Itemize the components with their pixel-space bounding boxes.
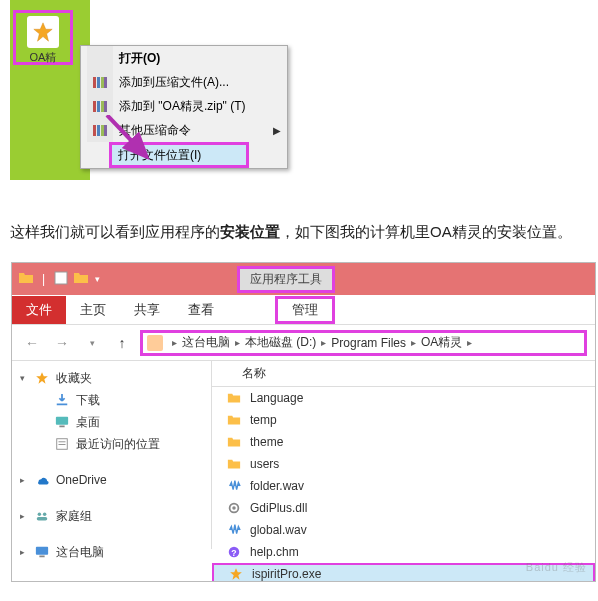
nav-onedrive[interactable]: OneDrive xyxy=(12,469,211,491)
tab-share[interactable]: 共享 xyxy=(120,296,174,324)
svg-rect-4 xyxy=(104,77,107,88)
desc-pre: 这样我们就可以看到应用程序的 xyxy=(10,223,220,240)
file-row[interactable]: users xyxy=(212,453,595,475)
svg-rect-11 xyxy=(101,125,104,136)
svg-rect-25 xyxy=(36,547,48,555)
quick-access-toolbar: | ▾ xyxy=(18,270,100,289)
svg-point-28 xyxy=(232,506,236,510)
svg-rect-3 xyxy=(101,77,104,88)
nav-downloads[interactable]: 下载 xyxy=(12,389,211,411)
forward-button[interactable]: → xyxy=(50,331,74,355)
column-header-name[interactable]: 名称 xyxy=(212,361,595,387)
desc-post: ，如下图我的计算机里OA精灵的安装位置。 xyxy=(280,223,572,240)
wav-icon xyxy=(226,478,242,494)
up-button[interactable]: ↑ xyxy=(110,331,134,355)
bc-segment[interactable]: 本地磁盘 (D:) xyxy=(245,334,316,351)
address-bar-row: ← → ▾ ↑ ▸ 这台电脑 ▸ 本地磁盘 (D:) ▸ Program Fil… xyxy=(12,325,595,361)
description-text: 这样我们就可以看到应用程序的安装位置，如下图我的计算机里OA精灵的安装位置。 xyxy=(10,220,588,244)
svg-rect-21 xyxy=(59,444,66,445)
folder-icon xyxy=(226,434,242,450)
homegroup-icon xyxy=(34,508,50,524)
new-folder-icon[interactable] xyxy=(73,270,89,289)
context-menu: 打开(O) 添加到压缩文件(A)... 添加到 "OA精灵.zip" (T) 其… xyxy=(80,45,288,169)
desktop-icon xyxy=(54,414,70,430)
svg-rect-7 xyxy=(101,101,104,112)
svg-rect-20 xyxy=(59,441,66,442)
submenu-arrow-icon: ▶ xyxy=(273,125,281,136)
menu-other-archive[interactable]: 其他压缩命令 ▶ xyxy=(81,118,287,142)
exe-icon xyxy=(228,566,244,582)
bc-segment[interactable]: OA精灵 xyxy=(421,334,462,351)
file-name: temp xyxy=(250,413,277,427)
computer-icon xyxy=(34,544,50,560)
file-row[interactable]: GdiPlus.dll xyxy=(212,497,595,519)
tab-view[interactable]: 查看 xyxy=(174,296,228,324)
file-name: users xyxy=(250,457,279,471)
nav-homegroup[interactable]: 家庭组 xyxy=(12,505,211,527)
archive-icon xyxy=(92,122,108,138)
file-row[interactable]: Language xyxy=(212,387,595,409)
menu-add-archive[interactable]: 添加到压缩文件(A)... xyxy=(81,70,287,94)
svg-rect-24 xyxy=(37,517,48,521)
bc-segment[interactable]: 这台电脑 xyxy=(182,334,230,351)
file-row[interactable]: ?help.chm xyxy=(212,541,595,563)
svg-rect-26 xyxy=(39,556,44,558)
tab-manage[interactable]: 管理 xyxy=(275,296,335,324)
file-name: Language xyxy=(250,391,303,405)
breadcrumb[interactable]: ▸ 这台电脑 ▸ 本地磁盘 (D:) ▸ Program Files ▸ OA精… xyxy=(140,330,587,356)
svg-marker-0 xyxy=(34,23,52,41)
folder-icon xyxy=(226,390,242,406)
app-label: OA精 xyxy=(16,50,70,65)
tab-file[interactable]: 文件 xyxy=(12,296,66,324)
qat-dropdown-icon[interactable]: ▾ xyxy=(95,274,100,284)
nav-recent[interactable]: 最近访问的位置 xyxy=(12,433,211,455)
desktop-shortcut-highlight: OA精 xyxy=(13,10,73,65)
bc-sep: ▸ xyxy=(172,337,177,348)
svg-text:?: ? xyxy=(231,548,236,558)
title-bar: | ▾ 应用程序工具 xyxy=(12,263,595,295)
svg-point-22 xyxy=(38,513,42,517)
nav-desktop[interactable]: 桌面 xyxy=(12,411,211,433)
folder-icon xyxy=(18,270,34,289)
ribbon-tabs: 文件 主页 共享 查看 管理 xyxy=(12,295,595,325)
context-menu-screenshot: OA精 打开(O) 添加到压缩文件(A)... 添加到 "OA精灵.zip" (… xyxy=(0,0,290,180)
tab-home[interactable]: 主页 xyxy=(66,296,120,324)
svg-rect-18 xyxy=(59,426,64,428)
svg-rect-8 xyxy=(104,101,107,112)
file-row[interactable]: temp xyxy=(212,409,595,431)
bc-sep: ▸ xyxy=(467,337,472,348)
file-name: theme xyxy=(250,435,283,449)
menu-other-label: 其他压缩命令 xyxy=(119,122,273,139)
file-row[interactable]: theme xyxy=(212,431,595,453)
back-button[interactable]: ← xyxy=(20,331,44,355)
file-row[interactable]: ispiritPro.exe xyxy=(212,563,595,582)
file-name: GdiPlus.dll xyxy=(250,501,307,515)
svg-marker-31 xyxy=(230,568,242,580)
folder-icon xyxy=(226,412,242,428)
svg-rect-9 xyxy=(93,125,96,136)
file-name: ispiritPro.exe xyxy=(252,567,321,581)
archive-icon xyxy=(92,98,108,114)
wav-icon xyxy=(226,522,242,538)
desc-strong: 安装位置 xyxy=(220,223,280,240)
file-list-pane: 名称 Languagetempthemeusersfolder.wavGdiPl… xyxy=(212,361,595,549)
menu-open-location[interactable]: 打开文件位置(I) xyxy=(109,142,249,168)
dll-icon xyxy=(226,500,242,516)
properties-icon[interactable] xyxy=(53,270,69,289)
svg-rect-5 xyxy=(93,101,96,112)
bc-sep: ▸ xyxy=(235,337,240,348)
app-icon[interactable] xyxy=(27,16,59,48)
nav-thispc[interactable]: 这台电脑 xyxy=(12,541,211,563)
file-row[interactable]: global.wav xyxy=(212,519,595,541)
menu-add-zip[interactable]: 添加到 "OA精灵.zip" (T) xyxy=(81,94,287,118)
recent-locations-dropdown[interactable]: ▾ xyxy=(80,331,104,355)
bc-sep: ▸ xyxy=(411,337,416,348)
svg-rect-1 xyxy=(93,77,96,88)
download-icon xyxy=(54,392,70,408)
svg-marker-16 xyxy=(36,372,48,384)
nav-favorites[interactable]: 收藏夹 xyxy=(12,367,211,389)
file-row[interactable]: folder.wav xyxy=(212,475,595,497)
bc-segment[interactable]: Program Files xyxy=(331,336,406,350)
svg-rect-2 xyxy=(97,77,100,88)
menu-open[interactable]: 打开(O) xyxy=(81,46,287,70)
